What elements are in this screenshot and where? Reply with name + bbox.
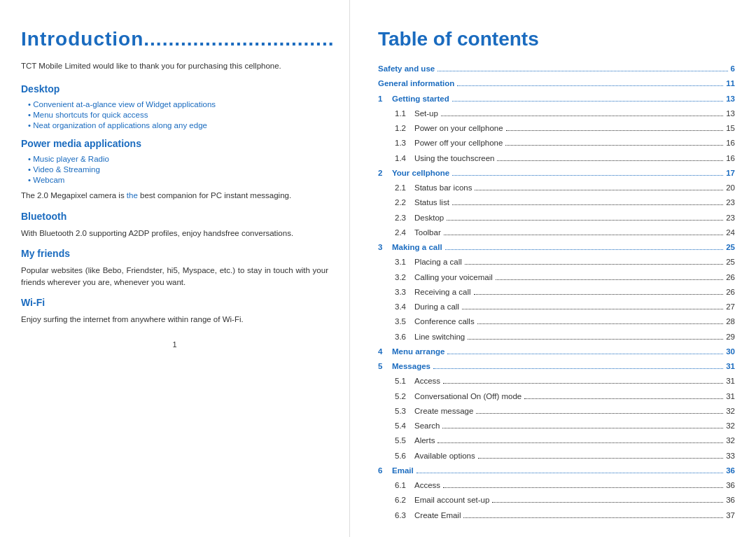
toc-sub-2-3: 2.3 Desktop 23 <box>378 212 735 224</box>
toc-sub-num: 5.4 <box>395 420 414 432</box>
toc-sub-label: During a call <box>414 301 459 313</box>
toc-sub-5-1: 5.1 Access 31 <box>378 375 735 387</box>
toc-sub-label: Line switching <box>414 331 465 343</box>
toc-dots <box>447 354 723 354</box>
toc-sub-label: Conversational On (Off) mode <box>414 391 522 403</box>
toc-sub-1-2: 1.2 Power on your cellphone 15 <box>378 123 735 134</box>
toc-sub-num: 6.2 <box>395 494 414 506</box>
toc-chapter-num: 1 <box>378 93 392 105</box>
toc-sub-page: 26 <box>726 272 735 284</box>
toc-sub-page: 37 <box>726 510 735 522</box>
toc-sub-label: Create message <box>414 405 473 417</box>
toc-dots <box>492 502 723 503</box>
toc-sub-label: Available options <box>414 450 475 462</box>
toc-dots <box>416 473 724 473</box>
toc-dots <box>477 323 724 324</box>
toc-chapter-num: 3 <box>378 242 392 253</box>
toc-chapter-4: 4 Menu arrange 30 <box>378 346 735 358</box>
intro-title: Introduction............................… <box>21 28 328 50</box>
toc-dots <box>452 101 723 102</box>
toc-sub-page: 31 <box>726 375 735 387</box>
toc-sub-page: 32 <box>726 405 735 417</box>
toc-chapter-label: Your cellphone <box>392 167 449 179</box>
toc-sub-label: Power on your cellphone <box>414 123 503 134</box>
toc-sub-page: 23 <box>726 197 735 209</box>
toc-sub-1-4: 1.4 Using the touchscreen 16 <box>378 153 735 165</box>
bullet-item: Menu shortcuts for quick access <box>21 111 328 119</box>
toc-chapter-2: 2 Your cellphone 17 <box>378 167 735 179</box>
toc-sub-5-3: 5.3 Create message 32 <box>378 405 735 417</box>
toc-sub-page: 15 <box>726 123 735 134</box>
toc-dots <box>475 190 723 190</box>
toc-dots <box>505 145 723 146</box>
toc-sub-2-4: 2.4 Toolbar 24 <box>378 227 735 239</box>
toc-sub-num: 3.4 <box>395 301 414 313</box>
toc-sub-3-1: 3.1 Placing a call 25 <box>378 256 735 268</box>
toc-sub-2-1: 2.1 Status bar icons 20 <box>378 182 735 194</box>
toc-sub-page: 16 <box>726 137 735 149</box>
toc-sub-label: Using the touchscreen <box>414 153 494 165</box>
bullet-item: Convenient at-a-glance view of Widget ap… <box>21 100 328 109</box>
toc-chapter-page: 17 <box>726 167 735 179</box>
toc-chapter-label: Menu arrange <box>392 346 444 358</box>
toc-dots <box>462 309 723 309</box>
toc-dots <box>444 235 723 235</box>
toc-dots <box>447 220 723 221</box>
toc-sub-page: 32 <box>726 420 735 432</box>
toc-chapter-page: 30 <box>726 346 735 358</box>
toc-dots <box>496 279 723 280</box>
toc-sub-num: 6.3 <box>395 510 414 522</box>
toc-sub-num: 3.1 <box>395 256 414 268</box>
toc-dots <box>441 116 723 116</box>
toc-dots <box>442 428 723 428</box>
toc-sub-num: 2.1 <box>395 182 414 194</box>
toc-sub-1-1: 1.1 Set-up 13 <box>378 108 735 120</box>
toc-sub-label: Set-up <box>414 108 438 120</box>
toc-dots <box>445 249 724 250</box>
toc-sub-page: 36 <box>726 494 735 506</box>
toc-sub-num: 1.3 <box>395 137 414 149</box>
toc-chapter-page: 36 <box>726 465 735 477</box>
toc-dots <box>452 175 723 176</box>
section-bluetooth-title: Bluetooth <box>21 211 328 222</box>
toc-sub-label: Email account set-up <box>414 494 489 506</box>
toc-sub-page: 16 <box>726 153 735 165</box>
toc-chapter-num: 2 <box>378 167 392 179</box>
bullet-item: Video & Streaming <box>21 165 328 174</box>
toc-chapter-page: 25 <box>726 242 735 253</box>
section-desktop: Desktop Convenient at-a-glance view of W… <box>21 83 328 130</box>
section-my-friends: My friends Popular websites (like Bebo, … <box>21 248 328 289</box>
toc-sub-label: Power off your cellphone <box>414 137 503 149</box>
toc-sub-num: 3.6 <box>395 331 414 343</box>
toc-sub-1-3: 1.3 Power off your cellphone 16 <box>378 137 735 149</box>
toc-general-label: General information <box>378 78 454 90</box>
toc-sub-5-6: 5.6 Available options 33 <box>378 450 735 462</box>
toc-dots <box>506 130 724 131</box>
toc-dots <box>438 442 723 443</box>
toc-dots <box>497 160 723 161</box>
toc-sub-page: 33 <box>726 450 735 462</box>
toc-sub-5-5: 5.5 Alerts 32 <box>378 435 735 447</box>
toc-chapter-page: 13 <box>726 93 735 105</box>
toc-sub-num: 2.3 <box>395 212 414 224</box>
toc-chapter-1: 1 Getting started 13 <box>378 93 735 105</box>
toc-chapter-num: 5 <box>378 361 392 372</box>
power-media-bullets: Music player & Radio Video & Streaming W… <box>21 155 328 184</box>
toc-title: Table of contents <box>378 28 735 50</box>
toc-sub-label: Desktop <box>414 212 444 224</box>
my-friends-body: Popular websites (like Bebo, Friendster,… <box>21 265 328 289</box>
bullet-item: Music player & Radio <box>21 155 328 163</box>
toc-chapter-label: Making a call <box>392 242 442 253</box>
toc-sub-label: Toolbar <box>414 227 441 239</box>
section-power-media-title: Power media applications <box>21 138 328 149</box>
toc-dots <box>468 339 723 340</box>
toc-sub-page: 26 <box>726 286 735 298</box>
toc-dots <box>474 294 724 295</box>
toc-chapter-page: 31 <box>726 361 735 372</box>
toc-dots <box>457 85 723 86</box>
toc-general: General information 11 <box>378 78 735 90</box>
toc-chapter-6: 6 Email 36 <box>378 465 735 477</box>
toc-sub-num: 3.5 <box>395 316 414 328</box>
intro-body: TCT Mobile Limited would like to thank y… <box>21 60 328 72</box>
toc-sub-label: Access <box>414 375 440 387</box>
